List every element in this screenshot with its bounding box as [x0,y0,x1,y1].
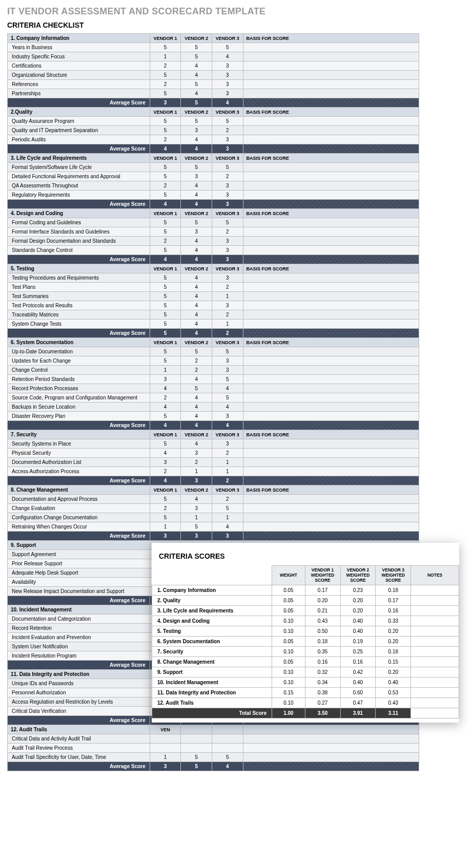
section-title: 6. System Documentation [8,338,150,347]
score-cell: 3 [212,246,243,255]
basis-cell [243,172,419,181]
basis-cell [243,71,419,80]
basis-header: BASIS FOR SCORE [243,338,419,347]
score-cell: 4 [181,246,212,255]
total-score: 3.11 [376,708,411,718]
row-name: Traceability Matrices [8,310,150,320]
average-value: 5 [150,329,181,338]
average-row: Average Score432 [8,476,419,485]
section-header: 6. System DocumentationVENDOR 1VENDOR 2V… [8,338,419,347]
table-row: Audit Trail Review Process [8,744,419,753]
score-cell: 4 [181,495,212,504]
row-name: Retraining When Changes Occur [8,522,150,532]
score-cell: 5 [150,126,181,135]
basis-header: BASIS FOR SCORE [243,108,419,117]
vendor-col-header: VENDOR 3 [212,209,243,218]
vendor-col-header: VENDOR 3 [212,430,243,439]
score-cell: 2 [181,366,212,375]
score-cell: 5 [212,753,243,762]
vendor-col-header: VENDOR 3 [212,154,243,163]
weighted-score-cell: 0.38 [305,688,340,698]
table-row: Formal Design Documentation and Standard… [8,237,419,246]
section-header: 2.QualityVENDOR 1VENDOR 2VENDOR 3BASIS F… [8,108,419,117]
average-value: 2 [212,476,243,485]
score-cell [181,744,212,753]
average-label: Average Score [8,716,150,725]
basis-cell [243,135,419,144]
weighted-score-cell: 0.20 [376,667,411,678]
weighted-score-cell: 0.16 [305,657,340,667]
basis-header: BASIS FOR SCORE [243,264,419,273]
total-score: 3.91 [340,708,376,718]
overlay-row-name: 4. Design and Coding [152,616,272,626]
score-cell: 4 [181,61,212,71]
table-row: Retention Period Standards345 [8,375,419,384]
score-cell: 4 [181,181,212,190]
basis-cell [243,513,419,522]
weight-cell: 0.05 [272,606,305,616]
basis-cell [243,163,419,172]
average-hatch [243,762,419,771]
overlay-row-name: 9. Support [152,667,272,678]
score-cell: 4 [212,522,243,532]
section-title: 5. Testing [8,264,150,273]
weighted-score-cell: 0.43 [305,616,340,626]
table-row: Updates for Each Change523 [8,356,419,366]
basis-cell [243,237,419,246]
table-row: Test Plans542 [8,283,419,292]
score-cell: 1 [150,366,181,375]
row-name: Incident Resolution Program [8,651,150,661]
row-name: Backups in Secure Location [8,403,150,412]
average-value: 4 [150,255,181,264]
row-name: Detailed Functional Requirements and App… [8,172,150,181]
score-cell: 3 [212,181,243,190]
score-cell: 5 [150,218,181,227]
weighted-score-cell: 0.32 [305,667,340,678]
vendor-col-header: VENDOR 1 [150,485,181,495]
row-name: Regulatory Requirements [8,190,150,200]
row-name: Test Summaries [8,292,150,301]
table-row: Up-to-Date Documentation555 [8,347,419,356]
notes-cell [411,606,459,616]
row-name: Access Authorization Process [8,467,150,476]
basis-cell [243,366,419,375]
average-value: 4 [212,98,243,108]
section-header: 12. Audit TrailsVEN [8,725,419,734]
weighted-score-cell: 0.35 [305,647,340,657]
score-cell: 4 [212,52,243,61]
score-cell: 2 [150,61,181,71]
notes-cell [411,596,459,606]
overlay-row: 8. Change Management0.050.160.160.15 [152,657,459,667]
weighted-score-cell: 0.34 [305,678,340,688]
vendor-col-header: VENDOR 3 [212,485,243,495]
weighted-score-cell: 0.18 [305,637,340,647]
basis-cell [243,458,419,467]
score-cell: 5 [212,375,243,384]
table-row: Quality and IT Department Separation532 [8,126,419,135]
average-hatch [243,200,419,209]
section-header: 1. Company InformationVENDOR 1VENDOR 2VE… [8,34,419,43]
score-cell: 3 [181,126,212,135]
weight-cell: 0.10 [272,647,305,657]
average-value: 3 [212,200,243,209]
overlay-row: 11. Data Integrity and Protection0.150.3… [152,688,459,698]
notes-cell [411,637,459,647]
score-cell: 5 [150,227,181,237]
table-row: Security Systems in Place543 [8,439,419,449]
score-cell: 3 [212,190,243,200]
row-name: Years in Business [8,43,150,52]
basis-cell [243,310,419,320]
basis-cell [243,43,419,52]
score-cell: 5 [150,292,181,301]
basis-cell [243,80,419,89]
score-cell: 2 [212,310,243,320]
overlay-col-header: VENDOR 1 WEIGHTED SCORE [305,566,340,585]
score-cell: 2 [150,237,181,246]
score-cell: 5 [150,310,181,320]
basis-cell [243,301,419,310]
basis-cell [243,412,419,421]
row-name: Test Plans [8,283,150,292]
score-cell: 1 [181,467,212,476]
basis-cell [243,61,419,71]
average-label: Average Score [8,255,150,264]
